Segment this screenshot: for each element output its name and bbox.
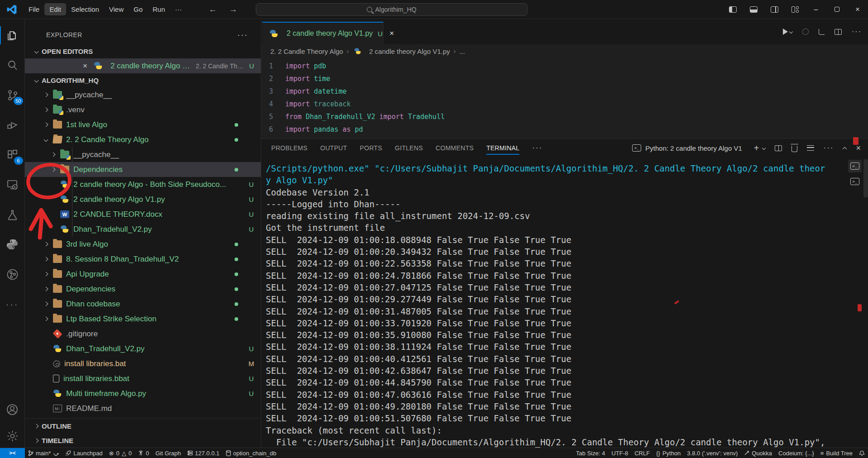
editor-more-actions-icon[interactable]: ··· <box>852 28 862 36</box>
split-editor-icon[interactable] <box>834 29 842 35</box>
editor-tab[interactable]: 2 candle theory Algo V1.py U × <box>262 22 384 44</box>
split-terminal-icon[interactable] <box>775 145 782 151</box>
eol-item[interactable]: CRLF <box>631 450 653 457</box>
tree-item[interactable]: install libraries.bbat U <box>25 371 261 386</box>
tree-item[interactable]: 3rd live Algo <box>25 237 261 252</box>
outline-header[interactable]: OUTLINE <box>25 419 261 433</box>
testing-icon[interactable] <box>0 203 25 226</box>
maximize-button[interactable] <box>826 0 847 19</box>
nav-forward-icon[interactable]: → <box>229 5 238 14</box>
tree-item[interactable]: .venv <box>25 102 261 117</box>
nav-back-icon[interactable]: ← <box>209 5 217 14</box>
notifications-bell-icon[interactable] <box>856 450 868 456</box>
panel-tab[interactable]: PROBLEMS <box>271 139 307 157</box>
language-mode-item[interactable]: {}Python <box>653 450 684 457</box>
open-editors-header[interactable]: OPEN EDITORS <box>25 44 261 58</box>
toggle-sidebar-icon[interactable] <box>722 0 743 19</box>
panel-tab[interactable]: COMMENTS <box>436 139 474 157</box>
account-icon[interactable] <box>0 398 25 421</box>
tree-item[interactable]: __pycache__ <box>25 87 261 102</box>
remote-explorer-icon[interactable] <box>0 173 25 196</box>
tree-item[interactable]: 2 CANDLE THEORY.docx U <box>25 207 261 222</box>
menu-item[interactable]: Selection <box>66 3 104 15</box>
tree-item[interactable]: install libraries.bat M <box>25 356 261 371</box>
breadcrumb-folder[interactable]: 2. 2 Candle Theory Algo <box>270 48 343 55</box>
tree-item[interactable]: .gitignore <box>25 326 261 341</box>
terminal-tab-icon[interactable]: >_ <box>848 175 862 188</box>
kill-terminal-icon[interactable] <box>791 146 797 152</box>
workspace-root-header[interactable]: ALGORITHIM_HQ <box>25 73 261 87</box>
server-host-item[interactable]: 127.0.0.1 <box>184 450 223 457</box>
panel-tab[interactable]: GITLENS <box>395 139 423 157</box>
terminal-scrollbar[interactable] <box>863 159 868 198</box>
panel-tab[interactable]: TERMINAL <box>486 139 519 157</box>
quokka-item[interactable]: Quokka <box>741 450 775 457</box>
timeline-header[interactable]: TIMELINE <box>25 433 261 448</box>
tab-close-icon[interactable]: × <box>389 29 394 38</box>
tab-size-item[interactable]: Tab Size: 4 <box>573 450 608 457</box>
source-control-icon[interactable]: 50 <box>0 83 25 107</box>
terminal-tab-icon[interactable]: >_ <box>848 160 862 172</box>
menu-item[interactable]: Run <box>148 3 170 15</box>
settings-gear-icon[interactable] <box>0 424 25 448</box>
tree-item[interactable]: Dhan codebase <box>25 296 261 311</box>
extensions-icon[interactable]: 6 <box>0 143 25 167</box>
branch-indicator[interactable]: main* <box>25 450 62 457</box>
toggle-secondary-sidebar-icon[interactable] <box>764 0 785 19</box>
python-interpreter-item[interactable]: 3.8.0 ('.venv': venv) <box>684 450 741 457</box>
git-graph-view-icon[interactable] <box>0 262 25 286</box>
customize-layout-icon[interactable] <box>785 0 806 19</box>
more-views-icon[interactable]: ··· <box>0 292 25 316</box>
panel-more-actions-icon[interactable]: ··· <box>824 143 834 153</box>
tree-item[interactable]: 2 candle theory Algo V1.py U <box>25 192 261 207</box>
tree-item[interactable]: 2. 2 Candle Theory Algo <box>25 132 261 147</box>
tree-item[interactable]: 8. Session 8 Dhan_Tradehull_V2 <box>25 252 261 267</box>
source-control-action-icon[interactable] <box>819 29 825 35</box>
tree-item[interactable]: Ltp Based Strike Selection <box>25 311 261 326</box>
breadcrumb-symbol[interactable]: ... <box>459 48 465 55</box>
panel-tab[interactable]: OUTPUT <box>320 139 347 157</box>
git-graph-item[interactable]: Git Graph <box>152 450 184 457</box>
remote-indicator[interactable]: >< <box>0 448 25 458</box>
panel-tab[interactable]: PORTS <box>360 139 382 157</box>
problems-indicator[interactable]: ⊗0 △0 <box>106 450 135 457</box>
menu-item[interactable]: View <box>104 3 129 15</box>
panel-more-tabs-icon[interactable]: ··· <box>532 143 542 153</box>
tree-item[interactable]: __pycache__ <box>25 147 261 162</box>
codeium-item[interactable]: Codeium: {...} <box>775 450 817 457</box>
run-settings-icon[interactable] <box>802 29 809 35</box>
ports-indicator[interactable]: 0 <box>135 450 152 457</box>
maximize-panel-icon[interactable] <box>843 147 847 151</box>
menu-item[interactable]: ··· <box>170 3 187 15</box>
tree-item[interactable]: Dhan_Tradehull_V2.py U <box>25 222 261 237</box>
search-view-icon[interactable] <box>0 53 25 77</box>
encoding-item[interactable]: UTF-8 <box>608 450 631 457</box>
tree-item[interactable]: README.md <box>25 401 261 416</box>
explorer-icon[interactable] <box>0 24 25 47</box>
tree-item[interactable]: Dependencies <box>25 162 261 177</box>
close-window-button[interactable]: × <box>847 0 868 19</box>
breadcrumb-file[interactable]: 2 candle theory Algo V1.py <box>352 48 450 55</box>
code-editor[interactable]: 1import pdb 2import time 3import datetim… <box>261 58 868 138</box>
tree-item[interactable]: Dependencies <box>25 281 261 296</box>
tree-item[interactable]: Multi timeframe Algo.py U <box>25 386 261 401</box>
tree-item[interactable]: 1st live Algo <box>25 117 261 132</box>
command-center-search[interactable]: Algorithim_HQ <box>256 3 528 16</box>
tree-item[interactable]: Api Upgrade <box>25 267 261 281</box>
launchpad-item[interactable]: Launchpad <box>62 450 106 457</box>
terminal-output[interactable]: /Scripts/python.exe" "c:/Users/Subhajit … <box>261 157 868 448</box>
python-extension-icon[interactable] <box>0 233 25 256</box>
open-editor-item[interactable]: × 2 candle theory Algo V1.py 2. 2 Candle… <box>25 58 261 73</box>
database-item[interactable]: option_chain_db <box>223 450 279 457</box>
tree-item[interactable]: 2 candle theory Algo - Both Side Pseudoc… <box>25 177 261 192</box>
close-editor-icon[interactable]: × <box>83 62 87 71</box>
tree-item[interactable]: Dhan_Tradehull_V2.py U <box>25 341 261 356</box>
menu-item[interactable]: File <box>24 3 44 15</box>
menu-item[interactable]: Edit <box>44 3 66 15</box>
menu-item[interactable]: Go <box>129 3 148 15</box>
run-debug-icon[interactable] <box>0 113 25 137</box>
explorer-more-actions-icon[interactable]: ··· <box>237 30 248 40</box>
clear-terminal-icon[interactable] <box>807 145 814 151</box>
run-python-file-button[interactable] <box>783 29 792 35</box>
minimize-button[interactable]: – <box>806 0 826 19</box>
